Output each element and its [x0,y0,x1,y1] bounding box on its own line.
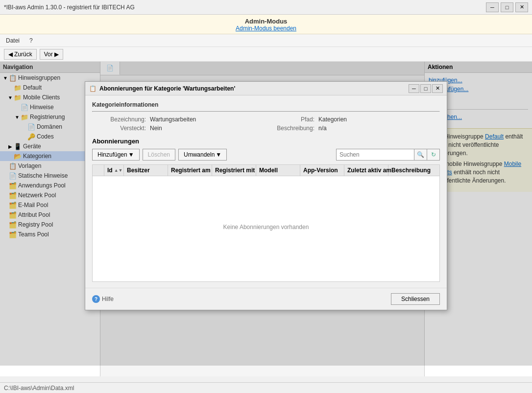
help-circle-icon: ? [92,295,100,303]
modal-minimize-button[interactable]: ─ [409,84,419,93]
toolbar: ◀ Zurück Vor ▶ [0,47,532,62]
modal-toolbar: Hinzufügen ▼ Löschen Umwandeln ▼ 🔍 [92,149,440,161]
th-reg-am: Registriert am [168,165,212,176]
modal-titlebar: 📋 Abonnierungen für Kategorie 'Wartungsa… [85,82,447,95]
help-link[interactable]: ? Hilfe [92,295,114,303]
window-controls: ─ □ ✕ [486,2,528,12]
th-zuletzt-label: Zuletzt aktiv am [347,167,391,174]
pfad-value: Kategorien [318,116,440,123]
versteckt-value: Nein [150,125,271,132]
delete-label: Löschen [148,151,170,158]
th-modell: Modell [256,165,300,176]
edit-label: Umwandeln [184,151,215,158]
modal-title-text: Abonnierungen für Kategorie 'Wartungsarb… [99,85,235,92]
empty-message: Keine Abonnierungen vorhanden [93,176,439,278]
th-besitzer: Besitzer [124,165,168,176]
subscriptions-table: Id ▲▼ Besitzer Registriert am Registrier… [92,164,440,282]
admin-banner: Admin-Modus Admin-Modus beenden [0,15,532,34]
pfad-label: Pfad: [275,116,314,123]
refresh-button[interactable]: ↻ [427,149,440,161]
window-title: *IBI-aws Admin 1.30.0 - registriert für … [4,4,135,11]
edit-dropdown-icon: ▼ [216,151,221,158]
status-path: C:\IBI-aws\Admin\Data.xml [4,385,74,392]
beschreibung-value: n/a [318,125,440,132]
dropdown-arrow-icon: ▼ [128,151,134,158]
search-input[interactable] [336,149,414,161]
menu-datei[interactable]: Datei [4,36,22,45]
category-info-header: Kategorieinformationen [92,101,440,108]
modal-title-icon: 📋 [89,85,97,92]
subscriptions-header: Abonnierungen [92,138,440,145]
bezeichnung-value: Wartungsarbeiten [150,116,271,123]
menu-help[interactable]: ? [27,36,35,45]
search-button[interactable]: 🔍 [414,149,427,161]
disable-admin-mode-link[interactable]: Admin-Modus beenden [236,25,296,32]
forward-arrow-icon: ▶ [54,51,59,58]
help-label: Hilfe [102,296,114,302]
category-info-grid: Bezeichnung: Wartungsarbeiten Pfad: Kate… [92,116,440,132]
maximize-button[interactable]: □ [501,2,513,12]
close-window-button[interactable]: ✕ [515,2,528,12]
main-area: Navigation ▼ 📋 Hinweisgruppen 📁 Default … [0,62,532,376]
search-icon: 🔍 [417,151,424,158]
th-besitzer-label: Besitzer [127,167,150,174]
beschreibung-label: Beschreibung: [275,125,314,132]
th-beschreibung-label: Beschreibung [391,167,431,174]
status-bar: C:\IBI-aws\Admin\Data.xml [0,382,532,393]
refresh-icon: ↻ [431,151,436,158]
modal-footer: ? Hilfe Schliessen [85,288,447,310]
modal-dialog: 📋 Abonnierungen für Kategorie 'Wartungsa… [85,81,447,310]
th-id-label: Id [107,167,113,174]
th-modell-label: Modell [259,167,278,174]
bezeichnung-label: Bezeichnung: [92,116,146,123]
th-id[interactable]: Id ▲▼ [104,165,124,176]
forward-button[interactable]: Vor ▶ [40,49,63,60]
delete-button[interactable]: Löschen [143,149,175,161]
back-button[interactable]: ◀ Zurück [4,49,37,60]
edit-button[interactable]: Umwandeln ▼ [178,149,227,161]
th-reg-mit-label: Registriert mit [215,167,255,174]
add-label: Hinzufügen [97,151,127,158]
modal-body: Kategorieinformationen Bezeichnung: Wart… [85,95,447,288]
menu-bar: Datei ? [0,34,532,47]
minimize-button[interactable]: ─ [486,2,499,12]
th-zuletzt-aktiv: Zuletzt aktiv am [344,165,388,176]
add-button[interactable]: Hinzufügen ▼ [92,149,140,161]
search-area: 🔍 ↻ [336,149,440,161]
modal-controls: ─ □ ✕ [409,84,443,93]
admin-mode-title: Admin-Modus [0,18,532,25]
th-beschreibung: Beschreibung [388,165,439,176]
versteckt-label: Versteckt: [92,125,146,132]
modal-overlay: 📋 Abonnierungen für Kategorie 'Wartungsa… [0,62,532,366]
table-header: Id ▲▼ Besitzer Registriert am Registrier… [93,165,439,176]
sort-icon: ▲▼ [114,168,123,173]
th-app-version-label: App-Version [303,167,338,174]
back-arrow-icon: ◀ [8,51,13,58]
modal-title: 📋 Abonnierungen für Kategorie 'Wartungsa… [89,85,235,92]
back-label: Zurück [14,51,32,58]
th-check [93,165,104,176]
close-button[interactable]: Schliessen [391,293,440,305]
th-reg-mit: Registriert mit [212,165,256,176]
th-app-version: App-Version [300,165,344,176]
modal-close-button[interactable]: ✕ [432,84,443,93]
modal-maximize-button[interactable]: □ [420,84,431,93]
forward-label: Vor [44,51,53,58]
th-reg-am-label: Registriert am [171,167,211,174]
title-bar: *IBI-aws Admin 1.30.0 - registriert für … [0,0,532,15]
section-divider [92,111,440,112]
